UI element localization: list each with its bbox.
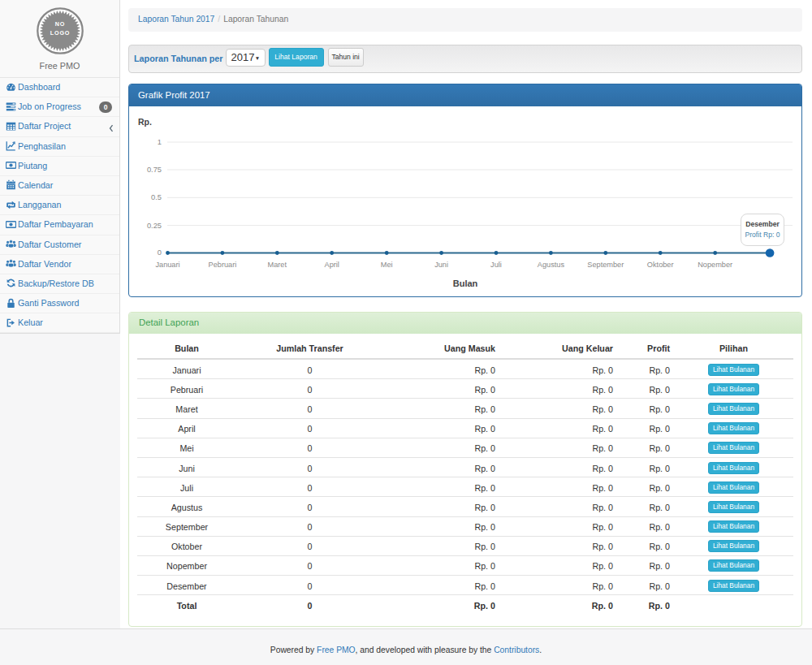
svg-text:Mei: Mei	[381, 261, 393, 269]
svg-text:Pebruari: Pebruari	[209, 261, 237, 269]
svg-text:Maret: Maret	[268, 261, 287, 269]
svg-text:0.25: 0.25	[147, 222, 162, 230]
svg-text:Juli: Juli	[490, 261, 502, 269]
svg-text:0: 0	[158, 248, 162, 257]
svg-text:0.75: 0.75	[147, 166, 162, 174]
svg-text:0.5: 0.5	[151, 193, 162, 201]
svg-text:Januari: Januari	[155, 261, 179, 269]
svg-text:LOGO: LOGO	[50, 29, 69, 37]
svg-text:Oktober: Oktober	[647, 261, 674, 269]
svg-text:NO: NO	[54, 20, 64, 28]
svg-text:Bulan: Bulan	[453, 279, 478, 288]
svg-text:Agustus: Agustus	[538, 261, 565, 269]
svg-text:April: April	[325, 261, 339, 269]
svg-text:Nopember: Nopember	[698, 261, 732, 269]
svg-text:September: September	[587, 261, 624, 269]
svg-text:1: 1	[158, 138, 162, 146]
svg-text:Juni: Juni	[434, 261, 448, 269]
svg-text:Rp.: Rp.	[138, 117, 152, 127]
